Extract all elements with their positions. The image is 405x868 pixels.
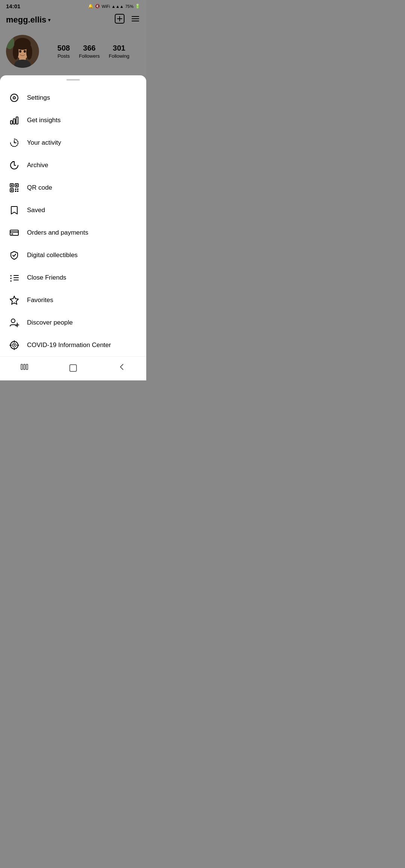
header-actions [115, 14, 140, 26]
favorites-label: Favorites [27, 296, 53, 304]
covid-icon [9, 340, 20, 350]
mute-icon: 🔇 [95, 4, 100, 9]
following-label: Following [109, 53, 129, 59]
following-count: 301 [113, 44, 125, 52]
svg-rect-33 [17, 189, 19, 190]
add-post-button[interactable] [115, 14, 124, 26]
get-insights-label: Get insights [27, 117, 61, 124]
menu-item-orders-payments[interactable]: Orders and payments [0, 221, 146, 244]
svg-rect-31 [11, 190, 13, 191]
archive-icon [9, 160, 20, 171]
svg-point-46 [11, 319, 15, 323]
activity-icon [9, 138, 20, 148]
menu-item-qr-code[interactable]: QR code [0, 177, 146, 199]
bottom-nav [0, 356, 146, 380]
svg-point-18 [13, 97, 15, 99]
svg-rect-34 [15, 191, 16, 192]
svg-rect-27 [11, 185, 13, 186]
svg-rect-36 [10, 230, 18, 235]
bar-chart-icon [9, 115, 20, 126]
star-icon [9, 295, 20, 305]
battery-text: 75% [125, 4, 134, 9]
status-time: 14:01 [6, 3, 20, 9]
settings-label: Settings [27, 94, 50, 102]
stat-followers[interactable]: 366 Followers [79, 44, 100, 59]
digital-collectibles-label: Digital collectibles [27, 251, 78, 259]
discover-people-label: Discover people [27, 319, 73, 326]
posts-count: 508 [57, 44, 70, 52]
nav-recent-apps-button[interactable] [14, 361, 34, 374]
add-person-icon [9, 317, 20, 328]
svg-text:★: ★ [10, 280, 12, 282]
avatar[interactable] [6, 35, 39, 68]
status-icons: 🔔 🔇 WiFi ▲▲▲ 75% 🔋 [88, 4, 140, 9]
qr-icon [9, 183, 20, 193]
svg-point-15 [24, 50, 26, 53]
orders-payments-label: Orders and payments [27, 229, 88, 236]
signal-icon: ▲▲▲ [111, 4, 124, 9]
menu-item-discover-people[interactable]: Discover people [0, 311, 146, 334]
settings-icon [9, 93, 20, 103]
saved-label: Saved [27, 207, 45, 214]
close-friends-label: Close Friends [27, 274, 66, 281]
chevron-down-icon[interactable]: ▾ [48, 17, 51, 23]
username-area[interactable]: megg.ellis ▾ [6, 15, 51, 25]
covid-info-label: COVID-19 Information Center [27, 341, 111, 349]
menu-item-close-friends[interactable]: ★ ★ ★ Close Friends [0, 266, 146, 289]
svg-rect-19 [10, 121, 12, 124]
credit-card-icon [9, 227, 20, 238]
followers-label: Followers [79, 53, 100, 59]
menu-item-your-activity[interactable]: Your activity [0, 132, 146, 154]
svg-rect-20 [14, 119, 15, 124]
svg-rect-32 [15, 189, 16, 190]
menu-item-settings[interactable]: Settings [0, 87, 146, 109]
svg-marker-45 [10, 296, 18, 304]
home-square-icon [69, 364, 77, 372]
nav-back-button[interactable] [112, 361, 132, 374]
svg-rect-56 [24, 364, 25, 370]
alarm-icon: 🔔 [88, 4, 93, 9]
stats-row: 508 Posts 366 Followers 301 Following [46, 44, 140, 59]
profile-stats-area: 508 Posts 366 Followers 301 Following [0, 32, 146, 75]
nav-home-button[interactable] [63, 363, 83, 373]
bookmark-icon [9, 205, 20, 216]
stat-posts[interactable]: 508 Posts [57, 44, 70, 59]
qr-code-label: QR code [27, 184, 52, 192]
status-bar: 14:01 🔔 🔇 WiFi ▲▲▲ 75% 🔋 [0, 0, 146, 11]
menu-item-digital-collectibles[interactable]: Digital collectibles [0, 244, 146, 266]
followers-count: 366 [83, 44, 96, 52]
svg-point-14 [19, 50, 21, 53]
svg-rect-55 [21, 364, 22, 370]
stat-following[interactable]: 301 Following [109, 44, 129, 59]
menu-item-covid-info[interactable]: COVID-19 Information Center [0, 334, 146, 356]
sheet-handle [66, 79, 80, 81]
menu-item-favorites[interactable]: Favorites [0, 289, 146, 311]
svg-text:★: ★ [10, 277, 12, 280]
menu-item-saved[interactable]: Saved [0, 199, 146, 221]
battery-icon: 🔋 [135, 4, 140, 9]
shield-check-icon [9, 250, 20, 260]
svg-rect-21 [16, 117, 18, 124]
svg-rect-38 [11, 233, 13, 235]
svg-point-11 [26, 45, 32, 60]
posts-label: Posts [57, 53, 70, 59]
menu-item-archive[interactable]: Archive [0, 154, 146, 177]
svg-text:★: ★ [10, 274, 12, 277]
menu-item-get-insights[interactable]: Get insights [0, 109, 146, 132]
list-star-icon: ★ ★ ★ [9, 272, 20, 283]
svg-rect-35 [17, 191, 19, 192]
svg-point-17 [10, 94, 18, 102]
svg-rect-29 [16, 185, 18, 186]
bottom-sheet: Settings Get insights Your activity [0, 75, 146, 380]
svg-point-10 [13, 45, 19, 60]
svg-rect-57 [26, 364, 28, 370]
profile-header: megg.ellis ▾ [0, 11, 146, 32]
your-activity-label: Your activity [27, 139, 61, 147]
archive-label: Archive [27, 162, 48, 169]
username[interactable]: megg.ellis [6, 15, 46, 25]
hamburger-menu-button[interactable] [130, 14, 140, 26]
wifi-icon: WiFi [102, 4, 110, 9]
